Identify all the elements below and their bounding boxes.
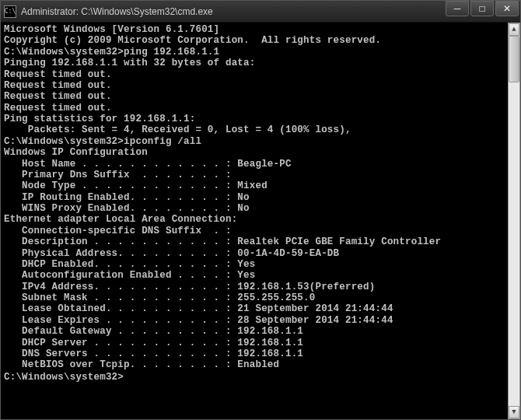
prompt-line: C:\Windows\system32>ping 192.168.1.1 [4, 47, 517, 58]
output-line: Request timed out. [4, 91, 517, 102]
output-line: Microsoft Windows [Version 6.1.7601] [4, 24, 517, 35]
output-line: Physical Address. . . . . . . . . : 00-1… [4, 248, 517, 259]
output-line: Host Name . . . . . . . . . . . . : Beag… [4, 159, 517, 170]
output-line: Description . . . . . . . . . . . : Real… [4, 236, 517, 247]
prompt-line: C:\Windows\system32> [4, 371, 517, 383]
output-line: Subnet Mask . . . . . . . . . . . : 255.… [4, 292, 517, 303]
output-line: IP Routing Enabled. . . . . . . . : No [4, 192, 517, 203]
output-line: DNS Servers . . . . . . . . . . . : 192.… [4, 348, 517, 359]
maximize-button[interactable]: □ [470, 1, 494, 16]
prompt-line: C:\Windows\system32>ipconfig /all [4, 136, 517, 147]
titlebar[interactable]: C:\ Administrator: C:\Windows\System32\c… [1, 1, 520, 23]
window-controls: ─ □ ✕ [446, 1, 519, 16]
output-line: Ping statistics for 192.168.1.1: [4, 114, 517, 124]
cmd-icon: C:\ [4, 5, 16, 18]
output-line: Windows IP Configuration [4, 147, 517, 158]
output-line: Node Type . . . . . . . . . . . . : Mixe… [4, 180, 517, 191]
output-line: DHCP Server . . . . . . . . . . . : 192.… [4, 338, 517, 348]
vertical-scrollbar[interactable]: ▲ ▼ [508, 23, 520, 419]
scroll-track[interactable] [509, 36, 519, 406]
scroll-thumb[interactable] [509, 36, 519, 82]
prompt-text: C:\Windows\system32> [4, 372, 124, 383]
output-line: Primary Dns Suffix . . . . . . . : [4, 170, 517, 180]
output-line: WINS Proxy Enabled. . . . . . . . : No [4, 203, 517, 214]
cursor [124, 371, 129, 381]
output-line: Ethernet adapter Local Area Connection: [4, 214, 517, 225]
terminal-output[interactable]: Microsoft Windows [Version 6.1.7601]Copy… [1, 23, 520, 419]
output-line: Request timed out. [4, 103, 517, 114]
output-line: NetBIOS over Tcpip. . . . . . . . : Enab… [4, 359, 517, 370]
output-line: IPv4 Address. . . . . . . . . . . : 192.… [4, 282, 517, 292]
output-line: Pinging 192.168.1.1 with 32 bytes of dat… [4, 58, 517, 68]
output-line: Autoconfiguration Enabled . . . . : Yes [4, 270, 517, 281]
output-line: DHCP Enabled. . . . . . . . . . . : Yes [4, 259, 517, 270]
output-line: Request timed out. [4, 80, 517, 91]
output-line: Packets: Sent = 4, Received = 0, Lost = … [4, 124, 517, 135]
window-title: Administrator: C:\Windows\System32\cmd.e… [21, 6, 517, 17]
output-line: Request timed out. [4, 69, 517, 80]
output-line: Lease Expires . . . . . . . . . . : 28 S… [4, 315, 517, 326]
output-line: Connection-specific DNS Suffix . : [4, 226, 517, 236]
cmd-window: C:\ Administrator: C:\Windows\System32\c… [0, 0, 521, 420]
minimize-button[interactable]: ─ [446, 1, 469, 16]
output-line: Default Gateway . . . . . . . . . : 192.… [4, 326, 517, 337]
output-line: Copyright (c) 2009 Microsoft Corporation… [4, 35, 517, 46]
scroll-up-arrow-icon[interactable]: ▲ [509, 23, 519, 36]
close-button[interactable]: ✕ [495, 1, 519, 16]
output-line: Lease Obtained. . . . . . . . . . : 21 S… [4, 303, 517, 314]
scroll-down-arrow-icon[interactable]: ▼ [509, 406, 519, 418]
